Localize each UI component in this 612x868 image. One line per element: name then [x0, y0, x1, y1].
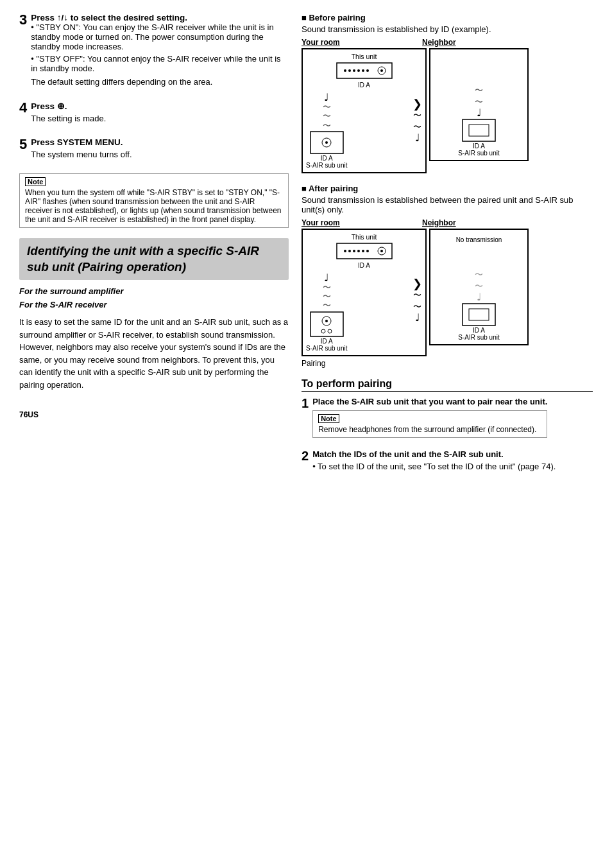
for-surround: For the surround amplifier	[19, 286, 289, 296]
svg-point-27	[328, 329, 332, 333]
main-unit-svg	[336, 62, 393, 80]
step-3-bullet-1: "STBY ON": You can enjoy the S-AIR recei…	[31, 22, 289, 51]
step-4-number: 4	[19, 101, 27, 131]
to-perform-step-1: 1 Place the S-AIR sub unit that you want…	[302, 397, 593, 443]
note-label: Note	[25, 177, 46, 186]
to-perform-step-1-num: 1	[302, 397, 309, 443]
section-title: Identifying the unit with a specific S-A…	[27, 243, 281, 275]
after-pairing-diagram: Your room Neighbor This unit	[302, 218, 593, 368]
svg-point-11	[325, 141, 328, 144]
before-pairing-diagram: Your room Neighbor This unit	[302, 38, 593, 173]
step-3-content: Press ↑/↓ to select the desired setting.…	[31, 13, 289, 87]
after-id-a-sub-left: ID A	[321, 338, 333, 345]
before-pairing-boxes: This unit	[302, 48, 593, 173]
svg-rect-29	[469, 309, 489, 320]
step-3: 3 Press ↑/↓ to select the desired settin…	[19, 13, 289, 94]
left-column: 3 Press ↑/↓ to select the desired settin…	[19, 13, 289, 480]
before-your-room-label: Your room	[302, 38, 417, 47]
step-4-title: Press ⊕.	[31, 101, 106, 111]
to-perform-step-2-title: Match the IDs of the unit and the S-AIR …	[312, 449, 556, 459]
to-perform-step-2: 2 Match the IDs of the unit and the S-AI…	[302, 449, 593, 474]
before-sub-unit-neighbor-label: S-AIR sub unit	[458, 150, 499, 157]
page-number: 76US	[19, 391, 289, 419]
to-perform-step-1-note: Note Remove headphones from the surround…	[312, 410, 547, 438]
svg-point-1	[344, 69, 346, 72]
after-pairing-heading: After pairing	[302, 184, 593, 193]
to-perform-step-2-bullet: To set the ID of the unit, see "To set t…	[312, 462, 556, 471]
before-pairing-section: Before pairing Sound transmission is est…	[302, 13, 593, 173]
svg-point-15	[344, 250, 346, 252]
to-perform-step-2-num: 2	[302, 449, 309, 474]
svg-point-20	[366, 250, 369, 252]
after-id-a-main: ID A	[306, 262, 422, 269]
after-sub-unit-neighbor-label: S-AIR sub unit	[458, 334, 499, 341]
after-pairing-section: After pairing Sound transmission is esta…	[302, 184, 593, 368]
svg-point-2	[348, 69, 351, 72]
step-3-bullets: "STBY ON": You can enjoy the S-AIR recei…	[31, 22, 289, 73]
svg-point-4	[357, 69, 360, 72]
after-pairing-body: Sound transmission is established betwee…	[302, 195, 593, 214]
svg-rect-13	[469, 125, 489, 136]
step-3-default-note: The default setting differs depending on…	[31, 77, 289, 87]
step-4: 4 Press ⊕. The setting is made.	[19, 101, 289, 131]
svg-rect-28	[463, 304, 495, 326]
svg-point-8	[380, 69, 383, 72]
svg-rect-23	[310, 312, 343, 336]
before-pairing-body: Sound transmission is established by ID …	[302, 24, 593, 34]
after-sub-unit-left-svg	[309, 311, 344, 338]
before-neighbor-sub-svg	[461, 118, 497, 143]
right-column: Before pairing Sound transmission is est…	[302, 13, 593, 480]
svg-point-17	[353, 250, 355, 252]
after-neighbor-box: No transmission 〜 〜 ♩ ID A	[429, 229, 529, 345]
svg-point-6	[366, 69, 369, 72]
before-your-room-box: This unit	[302, 48, 427, 173]
to-perform-step-1-note-text: Remove headphones from the surround ampl…	[318, 425, 541, 434]
step-5-number: 5	[19, 137, 27, 167]
svg-rect-12	[463, 119, 495, 141]
to-perform-section: To perform pairing 1 Place the S-AIR sub…	[302, 378, 593, 474]
section-highlight: Identifying the unit with a specific S-A…	[19, 238, 289, 280]
after-this-unit-label: This unit	[306, 233, 422, 241]
step-3-title: Press ↑/↓ to select the desired setting.	[31, 13, 289, 22]
before-neighbor-label: Neighbor	[422, 38, 512, 47]
svg-point-22	[380, 250, 383, 252]
svg-point-5	[362, 69, 364, 72]
step-5-body: The system menu turns off.	[31, 150, 132, 159]
after-your-room-box: This unit	[302, 229, 427, 356]
before-id-a-main: ID A	[306, 82, 422, 89]
to-perform-step-2-content: Match the IDs of the unit and the S-AIR …	[312, 449, 556, 474]
after-your-room-label: Your room	[302, 218, 417, 227]
before-id-a-sub-left: ID A	[321, 155, 333, 162]
before-pairing-heading: Before pairing	[302, 13, 593, 22]
to-perform-heading: To perform pairing	[302, 378, 593, 392]
svg-point-26	[321, 329, 325, 333]
before-id-a-neighbor: ID A	[473, 143, 485, 150]
page: 3 Press ↑/↓ to select the desired settin…	[19, 13, 593, 480]
for-sair: For the S-AIR receiver	[19, 300, 289, 309]
svg-point-19	[362, 250, 364, 252]
svg-point-16	[348, 250, 351, 252]
after-pairing-boxes: This unit	[302, 229, 593, 356]
after-main-unit-svg	[336, 242, 393, 260]
before-sub-unit-left-label: S-AIR sub unit	[306, 162, 347, 169]
no-transmission-label: No transmission	[434, 236, 524, 243]
svg-point-25	[325, 320, 328, 322]
body-text: It is easy to set the same ID for the un…	[19, 316, 289, 391]
step-5-title: Press SYSTEM MENU.	[31, 137, 132, 147]
to-perform-step-2-bullets: To set the ID of the unit, see "To set t…	[312, 462, 556, 471]
step-5-content: Press SYSTEM MENU. The system menu turns…	[31, 137, 132, 159]
before-this-unit-label: This unit	[306, 53, 422, 60]
svg-point-3	[353, 69, 355, 72]
step-3-number: 3	[19, 13, 27, 94]
before-sub-unit-left-svg	[309, 130, 344, 155]
to-perform-step-1-title: Place the S-AIR sub unit that you want t…	[312, 397, 547, 406]
step-4-body: The setting is made.	[31, 114, 106, 123]
after-neighbor-label: Neighbor	[422, 218, 512, 227]
note-box: Note When you turn the system off while …	[19, 173, 289, 228]
after-pairing-labels: Your room Neighbor	[302, 218, 593, 227]
before-pairing-labels: Your room Neighbor	[302, 38, 593, 47]
step-3-bullet-2: "STBY OFF": You cannot enjoy the S-AIR r…	[31, 54, 289, 73]
step-4-content: Press ⊕. The setting is made.	[31, 101, 106, 123]
to-perform-step-1-note-label: Note	[318, 414, 339, 423]
after-id-a-neighbor: ID A	[473, 327, 485, 334]
